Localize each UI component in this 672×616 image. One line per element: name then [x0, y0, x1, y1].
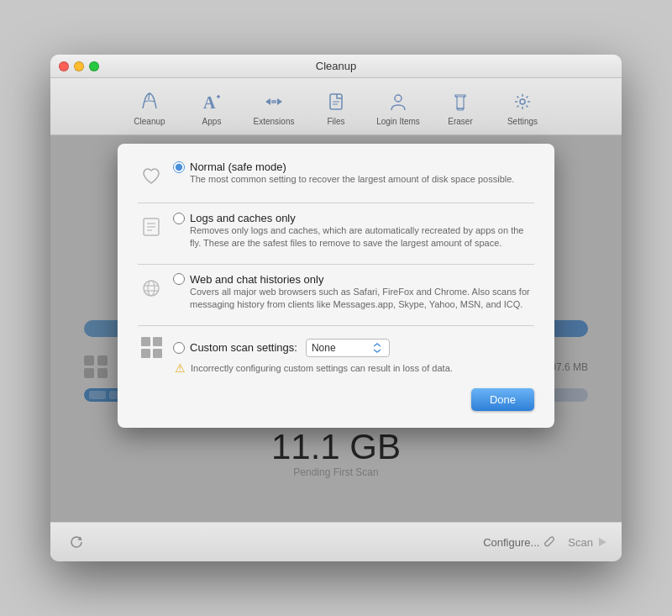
toolbar-item-extensions[interactable]: Extensions: [244, 85, 304, 129]
login-items-icon: [385, 88, 412, 115]
custom-scan-icon: [138, 334, 165, 361]
option-web: Web and chat histories only Covers all m…: [138, 273, 534, 312]
titlebar: Cleanup: [50, 55, 622, 78]
option-normal-radio[interactable]: [173, 161, 185, 173]
scan-options-dialog: Normal (safe mode) The most common setti…: [118, 144, 554, 428]
cleanup-icon: [136, 88, 163, 115]
configure-label: Configure...: [483, 536, 539, 549]
close-button[interactable]: [59, 61, 69, 71]
bottom-right: Configure... Scan: [483, 534, 608, 550]
svg-point-9: [148, 281, 155, 296]
configure-button[interactable]: Configure...: [483, 534, 558, 550]
option-logs-content: Logs and caches only Removes only logs a…: [173, 212, 534, 250]
toolbar-cleanup-label: Cleanup: [134, 117, 165, 126]
custom-select-box[interactable]: None: [306, 339, 390, 357]
toolbar-settings-label: Settings: [507, 117, 538, 126]
maximize-button[interactable]: [89, 61, 99, 71]
toolbar-files-label: Files: [327, 117, 344, 126]
option-logs-label[interactable]: Logs and caches only: [173, 212, 534, 224]
custom-scan-row: Custom scan settings: None: [138, 334, 534, 361]
done-button[interactable]: Done: [471, 388, 534, 411]
toolbar-item-settings[interactable]: Settings: [492, 85, 553, 129]
toolbar-item-cleanup[interactable]: Cleanup: [119, 85, 180, 129]
dialog-overlay: Normal (safe mode) The most common setti…: [50, 135, 622, 522]
toolbar: Cleanup A Apps Extensions: [50, 78, 622, 135]
option-logs-radio[interactable]: [173, 213, 185, 224]
settings-icon: [509, 88, 536, 115]
window-title: Cleanup: [316, 60, 356, 72]
toolbar-apps-label: Apps: [202, 117, 222, 126]
scan-label: Scan: [568, 536, 593, 549]
option-web-label[interactable]: Web and chat histories only: [173, 273, 534, 286]
apps-icon: A: [198, 88, 225, 115]
scan-button[interactable]: Scan: [568, 536, 608, 549]
option-logs: Logs and caches only Removes only logs a…: [138, 212, 534, 250]
option-web-radio[interactable]: [173, 273, 185, 285]
toolbar-item-login-items[interactable]: Login Items: [368, 85, 428, 129]
done-row: Done: [138, 388, 534, 411]
option-logs-desc: Removes only logs and caches, which are …: [190, 224, 534, 250]
svg-point-8: [144, 281, 159, 296]
toolbar-item-files[interactable]: Files: [306, 85, 366, 129]
content-area: Normal (safe mode) The most common setti…: [50, 135, 622, 522]
warning-row: ⚠ Incorrectly configuring custom setting…: [175, 361, 534, 375]
extensions-icon: [260, 88, 287, 115]
toolbar-item-apps[interactable]: A Apps: [181, 85, 242, 129]
option-normal-label[interactable]: Normal (safe mode): [173, 161, 534, 173]
option-normal: Normal (safe mode) The most common setti…: [138, 161, 534, 189]
svg-point-2: [395, 95, 402, 102]
reset-button[interactable]: [64, 529, 89, 555]
warning-icon: ⚠: [175, 361, 186, 375]
toolbar-eraser-label: Eraser: [448, 117, 472, 126]
option-normal-desc: The most common setting to recover the l…: [190, 173, 534, 186]
heart-icon: [138, 162, 165, 189]
custom-select-arrows: [370, 341, 384, 355]
custom-scan-section: Custom scan settings: None: [138, 334, 534, 375]
toolbar-item-eraser[interactable]: Eraser: [430, 85, 491, 129]
play-icon: [596, 536, 608, 548]
bottom-left: [64, 529, 89, 555]
option-web-desc: Covers all major web browsers such as Sa…: [190, 286, 534, 312]
svg-text:A: A: [203, 93, 216, 112]
option-web-content: Web and chat histories only Covers all m…: [173, 273, 534, 312]
main-window: Cleanup Cleanup A Apps: [50, 55, 622, 561]
four-squares-icon: [141, 337, 162, 358]
toolbar-extensions-label: Extensions: [254, 117, 295, 126]
custom-scan-radio[interactable]: [173, 342, 185, 354]
files-icon: [323, 88, 349, 115]
custom-scan-label[interactable]: Custom scan settings:: [173, 341, 297, 354]
divider-3: [138, 325, 534, 326]
minimize-button[interactable]: [74, 61, 84, 71]
warning-text: Incorrectly configuring custom settings …: [191, 363, 453, 373]
bottom-bar: Configure... Scan: [50, 522, 622, 561]
wrench-icon: [543, 534, 558, 550]
custom-select-value: None: [312, 342, 336, 354]
eraser-icon: [447, 88, 474, 115]
divider-2: [138, 264, 534, 265]
toolbar-login-items-label: Login Items: [376, 117, 420, 126]
svg-point-3: [520, 99, 525, 104]
divider-1: [138, 203, 534, 203]
option-normal-content: Normal (safe mode) The most common setti…: [173, 161, 534, 186]
globe-icon: [138, 275, 165, 302]
logs-icon: [138, 213, 165, 240]
window-controls: [59, 61, 99, 71]
